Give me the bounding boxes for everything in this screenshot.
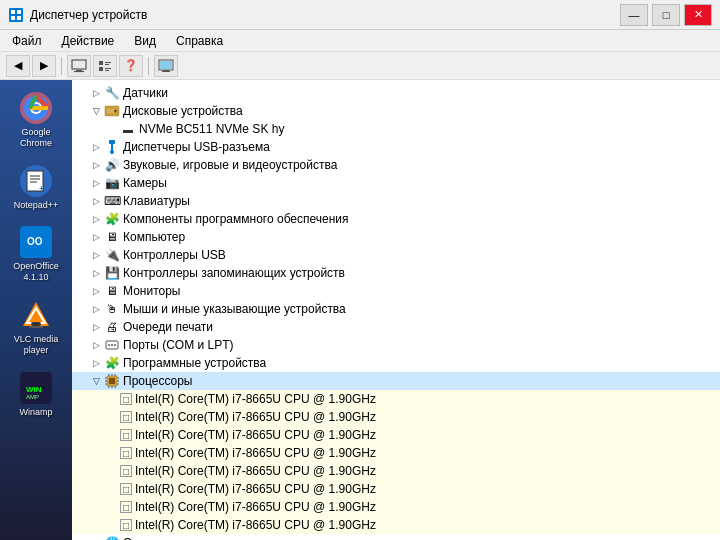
toggle-audio[interactable]: ▷ <box>88 157 104 173</box>
close-button[interactable]: ✕ <box>684 4 712 26</box>
tree-item-cameras[interactable]: ▷ 📷 Камеры <box>72 174 720 192</box>
cpu-item-6[interactable]: □ Intel(R) Core(TM) i7-8665U CPU @ 1.90G… <box>72 480 720 498</box>
chrome-label: GoogleChrome <box>20 127 52 149</box>
minimize-button[interactable]: — <box>620 4 648 26</box>
tree-item-processors[interactable]: ▽ <box>72 372 720 390</box>
computer-button[interactable] <box>67 55 91 77</box>
toggle-storage-ctrl[interactable]: ▷ <box>88 265 104 281</box>
toggle-monitors[interactable]: ▷ <box>88 283 104 299</box>
svg-point-44 <box>111 344 113 346</box>
menu-view[interactable]: Вид <box>130 33 160 49</box>
toggle-sensors[interactable]: ▷ <box>88 85 104 101</box>
toggle-usb-ctrl[interactable]: ▷ <box>88 247 104 263</box>
svg-text:WIN: WIN <box>26 385 42 394</box>
list-icon <box>98 59 112 73</box>
tree-item-mouse[interactable]: ▷ 🖱 Мыши и иные указывающие устройства <box>72 300 720 318</box>
svg-rect-12 <box>105 68 111 69</box>
tree-item-prog-devices[interactable]: ▷ 🧩 Программные устройства <box>72 354 720 372</box>
notepadpp-icon: ++ <box>20 165 52 197</box>
menu-action[interactable]: Действие <box>58 33 119 49</box>
notepadpp-icon-desktop[interactable]: ++ Notepad++ <box>5 161 67 215</box>
window-controls: — □ ✕ <box>620 4 712 26</box>
winamp-icon-desktop[interactable]: WIN AMP Winamp <box>5 368 67 422</box>
tree-item-computer[interactable]: ▷ 🖥 Компьютер <box>72 228 720 246</box>
cpu-item-4[interactable]: □ Intel(R) Core(TM) i7-8665U CPU @ 1.90G… <box>72 444 720 462</box>
device-tree[interactable]: ▷ 🔧 Датчики ▽ Дисковые устройства <box>72 80 720 540</box>
tree-item-storage-ctrl[interactable]: ▷ 💾 Контроллеры запоминающих устройств <box>72 264 720 282</box>
svg-rect-11 <box>99 67 103 71</box>
chrome-icon-desktop[interactable]: GoogleChrome <box>5 88 67 153</box>
mouse-icon: 🖱 <box>104 301 120 317</box>
openoffice-icon-desktop[interactable]: OO OpenOffice4.1.10 <box>5 222 67 287</box>
tree-item-disks[interactable]: ▽ Дисковые устройства <box>72 102 720 120</box>
cpu-icon-6: □ <box>120 483 132 495</box>
list-button[interactable] <box>93 55 117 77</box>
computer-label: Компьютер <box>123 230 185 244</box>
cpu-item-5[interactable]: □ Intel(R) Core(TM) i7-8665U CPU @ 1.90G… <box>72 462 720 480</box>
svg-text:OO: OO <box>27 236 43 247</box>
svg-point-43 <box>108 344 110 346</box>
tree-item-print[interactable]: ▷ 🖨 Очереди печати <box>72 318 720 336</box>
usb-icon <box>104 139 120 155</box>
storage-ctrl-label: Контроллеры запоминающих устройств <box>123 266 345 280</box>
cpu-item-8[interactable]: □ Intel(R) Core(TM) i7-8665U CPU @ 1.90G… <box>72 516 720 534</box>
cpu-item-1[interactable]: □ Intel(R) Core(TM) i7-8665U CPU @ 1.90G… <box>72 390 720 408</box>
network-icon: 🌐 <box>104 535 120 540</box>
toggle-ports[interactable]: ▷ <box>88 337 104 353</box>
chrome-svg <box>22 94 50 122</box>
tree-item-sensors[interactable]: ▷ 🔧 Датчики <box>72 84 720 102</box>
tree-item-monitors[interactable]: ▷ 🖥 Мониторы <box>72 282 720 300</box>
vlc-icon-desktop[interactable]: VLC mediaplayer <box>5 295 67 360</box>
disks-label: Дисковые устройства <box>123 104 243 118</box>
toggle-cameras[interactable]: ▷ <box>88 175 104 191</box>
tree-item-network[interactable]: ▷ 🌐 Сетевые адаптеры <box>72 534 720 540</box>
cpu-icon-5: □ <box>120 465 132 477</box>
svg-rect-5 <box>72 60 86 69</box>
toggle-keyboards[interactable]: ▷ <box>88 193 104 209</box>
cpu-item-7[interactable]: □ Intel(R) Core(TM) i7-8665U CPU @ 1.90G… <box>72 498 720 516</box>
print-icon: 🖨 <box>104 319 120 335</box>
menu-help[interactable]: Справка <box>172 33 227 49</box>
help-button[interactable]: ❓ <box>119 55 143 77</box>
svg-rect-2 <box>17 10 21 14</box>
svg-rect-10 <box>105 64 109 65</box>
toggle-computer[interactable]: ▷ <box>88 229 104 245</box>
toggle-print[interactable]: ▷ <box>88 319 104 335</box>
tree-item-nvme[interactable]: ▬ NVMe BC511 NVMe SK hy <box>72 120 720 138</box>
processor-icon <box>104 373 120 389</box>
tree-item-ports[interactable]: ▷ Порты (COM и LPT) <box>72 336 720 354</box>
toggle-mouse[interactable]: ▷ <box>88 301 104 317</box>
toggle-processors[interactable]: ▽ <box>88 373 104 389</box>
cameras-label: Камеры <box>123 176 167 190</box>
toggle-usb[interactable]: ▷ <box>88 139 104 155</box>
toggle-prog-devices[interactable]: ▷ <box>88 355 104 371</box>
svg-rect-4 <box>17 16 21 20</box>
usb-ctrl-label: Контроллеры USB <box>123 248 226 262</box>
toggle-nvme <box>104 121 120 137</box>
title-bar: Диспетчер устройств — □ ✕ <box>0 0 720 30</box>
display-button[interactable] <box>154 55 178 77</box>
tree-item-audio[interactable]: ▷ 🔊 Звуковые, игровые и видеоустройства <box>72 156 720 174</box>
tree-item-keyboards[interactable]: ▷ ⌨ Клавиатуры <box>72 192 720 210</box>
tree-item-software[interactable]: ▷ 🧩 Компоненты программного обеспечения <box>72 210 720 228</box>
disk-drive-icon <box>104 103 120 119</box>
com-port-icon <box>104 337 120 353</box>
toggle-disks[interactable]: ▽ <box>88 103 104 119</box>
winamp-svg: WIN AMP <box>23 375 49 401</box>
toggle-network[interactable]: ▷ <box>88 535 104 540</box>
tree-item-usb-ctrl[interactable]: ▷ 🔌 Контроллеры USB <box>72 246 720 264</box>
forward-button[interactable]: ▶ <box>32 55 56 77</box>
cpu-item-2[interactable]: □ Intel(R) Core(TM) i7-8665U CPU @ 1.90G… <box>72 408 720 426</box>
cpu-label-4: Intel(R) Core(TM) i7-8665U CPU @ 1.90GHz <box>135 446 376 460</box>
cpu-item-3[interactable]: □ Intel(R) Core(TM) i7-8665U CPU @ 1.90G… <box>72 426 720 444</box>
disks-icon <box>104 103 120 119</box>
audio-label: Звуковые, игровые и видеоустройства <box>123 158 337 172</box>
maximize-button[interactable]: □ <box>652 4 680 26</box>
cpu-label-1: Intel(R) Core(TM) i7-8665U CPU @ 1.90GHz <box>135 392 376 406</box>
svg-rect-37 <box>107 109 115 113</box>
menu-file[interactable]: Файл <box>8 33 46 49</box>
tree-item-usb[interactable]: ▷ Диспетчеры USB-разъема <box>72 138 720 156</box>
toggle-software[interactable]: ▷ <box>88 211 104 227</box>
back-button[interactable]: ◀ <box>6 55 30 77</box>
camera-icon: 📷 <box>104 175 120 191</box>
